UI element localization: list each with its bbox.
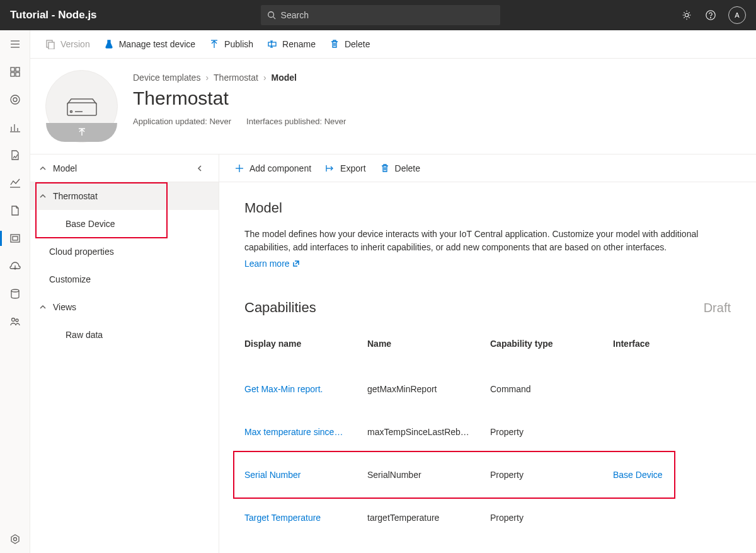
svg-rect-28 <box>49 42 54 49</box>
col-name: Name <box>367 331 490 368</box>
chevron-left-icon <box>196 165 203 172</box>
content-body: Model The model defines how your device … <box>219 182 756 553</box>
model-description: The model defines how your device intera… <box>244 228 711 254</box>
flask-icon <box>104 39 114 49</box>
account-avatar[interactable]: A <box>728 6 746 24</box>
table-row[interactable]: Target TemperaturetargetTemperaturePrope… <box>244 496 731 539</box>
app-updated: Application updated: Never <box>133 117 231 126</box>
nav-toggle[interactable] <box>0 30 30 58</box>
col-type: Capability type <box>490 331 613 368</box>
breadcrumb-current: Model <box>272 73 297 83</box>
trash-icon <box>380 163 390 173</box>
upload-icon <box>77 128 86 137</box>
export-icon <box>325 163 335 173</box>
cap-type: Property <box>490 496 613 539</box>
tree-header[interactable]: Model <box>30 154 219 182</box>
cap-interface <box>613 368 731 410</box>
svg-point-13 <box>13 98 17 102</box>
cap-display[interactable]: Serial Number <box>244 453 367 496</box>
rail-devices[interactable] <box>0 86 30 114</box>
svg-point-35 <box>70 110 72 112</box>
svg-point-3 <box>706 11 715 20</box>
version-icon <box>45 39 55 49</box>
rail-dashboard[interactable] <box>0 58 30 86</box>
svg-rect-22 <box>13 236 18 240</box>
rail-templates[interactable] <box>0 224 30 252</box>
svg-rect-10 <box>11 73 14 76</box>
help-button[interactable] <box>704 9 717 21</box>
cap-name: maxTempSinceLastReb… <box>367 410 490 453</box>
capabilities-heading: Capabilities <box>244 300 316 316</box>
table-row[interactable]: Serial NumberSerialNumberPropertyBase De… <box>244 453 731 496</box>
rail-export[interactable] <box>0 252 30 280</box>
svg-point-24 <box>11 318 14 322</box>
col-display-name: Display name <box>244 331 367 368</box>
tree-item[interactable]: Base Device <box>30 210 219 238</box>
svg-rect-31 <box>268 42 276 46</box>
svg-point-26 <box>13 538 16 541</box>
rail-users[interactable] <box>0 308 30 335</box>
rename-button[interactable]: Rename <box>267 39 316 49</box>
rail-storage[interactable] <box>0 280 30 308</box>
content-command-bar: Add component Export Delete <box>219 154 756 182</box>
cap-interface[interactable]: Base Device <box>613 453 731 496</box>
cap-display[interactable]: Target Temperature <box>244 496 367 539</box>
cap-display[interactable]: Get Max-Min report. <box>244 368 367 410</box>
publish-button[interactable]: Publish <box>209 39 253 49</box>
cap-display[interactable]: Max temperature since… <box>244 410 367 453</box>
model-heading: Model <box>244 200 731 216</box>
table-row[interactable]: Get Max-Min report.getMaxMinReportComman… <box>244 368 731 410</box>
app-title: Tutorial - Node.js <box>10 9 97 21</box>
device-avatar[interactable] <box>45 70 118 143</box>
learn-more-link[interactable]: Learn more <box>244 259 300 269</box>
svg-line-1 <box>273 17 275 20</box>
rail-jobs[interactable] <box>0 169 30 197</box>
rail-files[interactable] <box>0 197 30 224</box>
tree-item[interactable]: Cloud properties <box>30 238 219 265</box>
tree-item[interactable]: Customize <box>30 265 219 293</box>
svg-point-25 <box>16 319 18 322</box>
page-title: Thermostat <box>133 88 346 109</box>
top-bar: Tutorial - Node.js Search A <box>0 0 756 30</box>
command-bar: Version Manage test device Publish Renam… <box>30 30 756 59</box>
table-row[interactable]: Max temperature since…maxTempSinceLastRe… <box>244 410 731 453</box>
gear-icon <box>681 9 692 21</box>
tree-item[interactable]: Raw data <box>30 321 219 349</box>
tree-item[interactable]: Thermostat <box>30 182 219 210</box>
rail-rules[interactable] <box>0 141 30 169</box>
content-delete-button[interactable]: Delete <box>380 163 420 173</box>
search-input[interactable]: Search <box>261 5 500 25</box>
help-icon <box>705 9 716 21</box>
cap-interface <box>613 410 731 453</box>
rail-analytics[interactable] <box>0 114 30 141</box>
delete-button[interactable]: Delete <box>329 39 370 49</box>
nav-rail <box>0 30 30 553</box>
model-tree: Model ThermostatBase DeviceCloud propert… <box>30 154 219 553</box>
chevron-up-icon <box>39 303 47 311</box>
breadcrumb-root[interactable]: Device templates <box>133 73 200 83</box>
svg-rect-21 <box>11 235 20 242</box>
export-button[interactable]: Export <box>325 163 365 173</box>
tree-item[interactable]: Views <box>30 293 219 321</box>
rail-settings[interactable] <box>0 525 30 553</box>
search-icon <box>267 11 276 20</box>
upload-overlay <box>46 123 117 142</box>
top-right: A <box>680 6 746 24</box>
cap-name: targetTemperature <box>367 496 490 539</box>
version-button: Version <box>45 39 90 49</box>
external-link-icon <box>292 260 300 267</box>
header-meta: Application updated: Never Interfaces pu… <box>133 117 346 126</box>
rename-icon <box>267 39 277 49</box>
breadcrumb: Device templates › Thermostat › Model <box>133 73 346 83</box>
breadcrumb-template[interactable]: Thermostat <box>214 73 258 83</box>
add-component-button[interactable]: Add component <box>234 163 311 173</box>
manage-test-device-button[interactable]: Manage test device <box>104 39 195 49</box>
publish-icon <box>209 39 219 49</box>
draft-badge: Draft <box>704 301 731 315</box>
cap-interface <box>613 496 731 539</box>
cap-name: getMaxMinReport <box>367 368 490 410</box>
settings-button[interactable] <box>680 9 693 21</box>
trash-icon <box>329 39 340 49</box>
template-header: Device templates › Thermostat › Model Th… <box>30 59 756 154</box>
interfaces-published: Interfaces published: Never <box>246 117 346 126</box>
